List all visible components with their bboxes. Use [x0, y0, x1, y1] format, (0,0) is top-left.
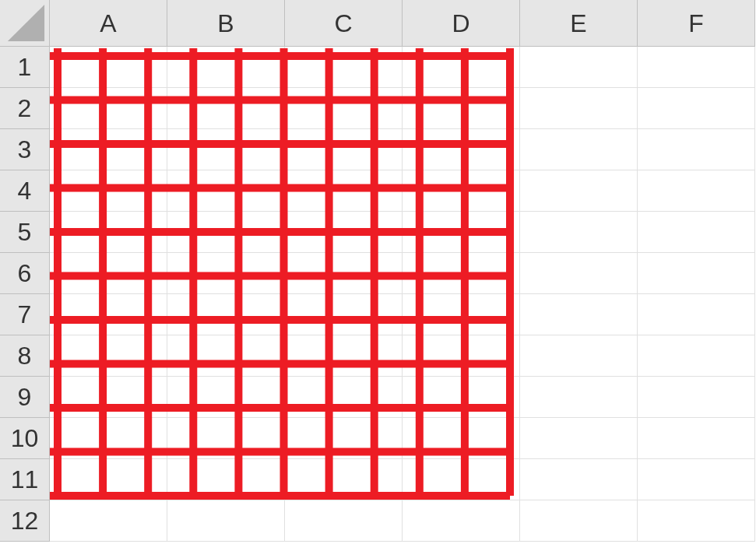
row-header-7[interactable]: 7 [0, 294, 50, 335]
cell-C1[interactable] [285, 47, 403, 88]
column-headers: A B C D E F [50, 0, 755, 47]
cell-A6[interactable] [50, 253, 167, 294]
cell-D7[interactable] [403, 294, 520, 335]
cell-D11[interactable] [403, 459, 520, 500]
cell-F12[interactable] [638, 500, 755, 542]
cell-C10[interactable] [285, 418, 403, 459]
cell-A5[interactable] [50, 212, 167, 253]
cell-A3[interactable] [50, 129, 167, 170]
cell-B12[interactable] [167, 500, 285, 542]
cell-D12[interactable] [403, 500, 520, 542]
column-header-F[interactable]: F [638, 0, 755, 47]
cell-C7[interactable] [285, 294, 403, 335]
spreadsheet: A B C D E F 1 2 3 4 5 6 7 8 9 10 11 12 [0, 0, 756, 544]
cell-F5[interactable] [638, 212, 755, 253]
cell-D10[interactable] [403, 418, 520, 459]
cell-B1[interactable] [167, 47, 285, 88]
cell-A10[interactable] [50, 418, 167, 459]
cell-E4[interactable] [520, 170, 638, 212]
cell-D3[interactable] [403, 129, 520, 170]
cell-E6[interactable] [520, 253, 638, 294]
table-row [50, 170, 755, 212]
cell-A1[interactable] [50, 47, 167, 88]
cell-C9[interactable] [285, 377, 403, 418]
cell-C4[interactable] [285, 170, 403, 212]
cell-D6[interactable] [403, 253, 520, 294]
table-row [50, 500, 755, 542]
column-header-D[interactable]: D [403, 0, 520, 47]
cell-B10[interactable] [167, 418, 285, 459]
cell-A12[interactable] [50, 500, 167, 542]
cell-A7[interactable] [50, 294, 167, 335]
cell-D2[interactable] [403, 88, 520, 129]
cell-C3[interactable] [285, 129, 403, 170]
cell-F11[interactable] [638, 459, 755, 500]
cell-E12[interactable] [520, 500, 638, 542]
cell-C5[interactable] [285, 212, 403, 253]
cell-C11[interactable] [285, 459, 403, 500]
cell-F7[interactable] [638, 294, 755, 335]
cell-B5[interactable] [167, 212, 285, 253]
cell-A8[interactable] [50, 335, 167, 377]
cell-B11[interactable] [167, 459, 285, 500]
cell-E1[interactable] [520, 47, 638, 88]
row-header-12[interactable]: 12 [0, 500, 50, 542]
cell-C8[interactable] [285, 335, 403, 377]
cell-E11[interactable] [520, 459, 638, 500]
cell-E3[interactable] [520, 129, 638, 170]
cell-F8[interactable] [638, 335, 755, 377]
cell-F4[interactable] [638, 170, 755, 212]
column-header-B[interactable]: B [167, 0, 285, 47]
cell-B6[interactable] [167, 253, 285, 294]
row-header-3[interactable]: 3 [0, 129, 50, 170]
cell-E2[interactable] [520, 88, 638, 129]
cell-B8[interactable] [167, 335, 285, 377]
cell-B3[interactable] [167, 129, 285, 170]
cell-E7[interactable] [520, 294, 638, 335]
column-header-E[interactable]: E [520, 0, 638, 47]
cell-F6[interactable] [638, 253, 755, 294]
cell-B7[interactable] [167, 294, 285, 335]
svg-marker-0 [8, 5, 44, 41]
cell-E8[interactable] [520, 335, 638, 377]
cell-D1[interactable] [403, 47, 520, 88]
cell-E9[interactable] [520, 377, 638, 418]
select-all-triangle-icon [0, 0, 49, 46]
cell-A2[interactable] [50, 88, 167, 129]
cell-B9[interactable] [167, 377, 285, 418]
cell-B4[interactable] [167, 170, 285, 212]
cell-D9[interactable] [403, 377, 520, 418]
cell-F2[interactable] [638, 88, 755, 129]
table-row [50, 129, 755, 170]
row-header-6[interactable]: 6 [0, 253, 50, 294]
cell-F10[interactable] [638, 418, 755, 459]
cell-F9[interactable] [638, 377, 755, 418]
cell-A9[interactable] [50, 377, 167, 418]
row-header-2[interactable]: 2 [0, 88, 50, 129]
select-all-corner[interactable] [0, 0, 50, 47]
cell-D8[interactable] [403, 335, 520, 377]
row-header-9[interactable]: 9 [0, 377, 50, 418]
cell-F3[interactable] [638, 129, 755, 170]
cell-C12[interactable] [285, 500, 403, 542]
table-row [50, 294, 755, 335]
cell-A11[interactable] [50, 459, 167, 500]
column-header-C[interactable]: C [285, 0, 403, 47]
cell-A4[interactable] [50, 170, 167, 212]
cell-D4[interactable] [403, 170, 520, 212]
row-header-4[interactable]: 4 [0, 170, 50, 212]
row-header-5[interactable]: 5 [0, 212, 50, 253]
cell-C2[interactable] [285, 88, 403, 129]
row-header-11[interactable]: 11 [0, 459, 50, 500]
column-header-A[interactable]: A [50, 0, 167, 47]
cell-C6[interactable] [285, 253, 403, 294]
row-header-8[interactable]: 8 [0, 335, 50, 377]
cell-E5[interactable] [520, 212, 638, 253]
cell-B2[interactable] [167, 88, 285, 129]
row-header-1[interactable]: 1 [0, 47, 50, 88]
cell-F1[interactable] [638, 47, 755, 88]
cell-E10[interactable] [520, 418, 638, 459]
row-header-10[interactable]: 10 [0, 418, 50, 459]
table-row [50, 253, 755, 294]
cell-D5[interactable] [403, 212, 520, 253]
